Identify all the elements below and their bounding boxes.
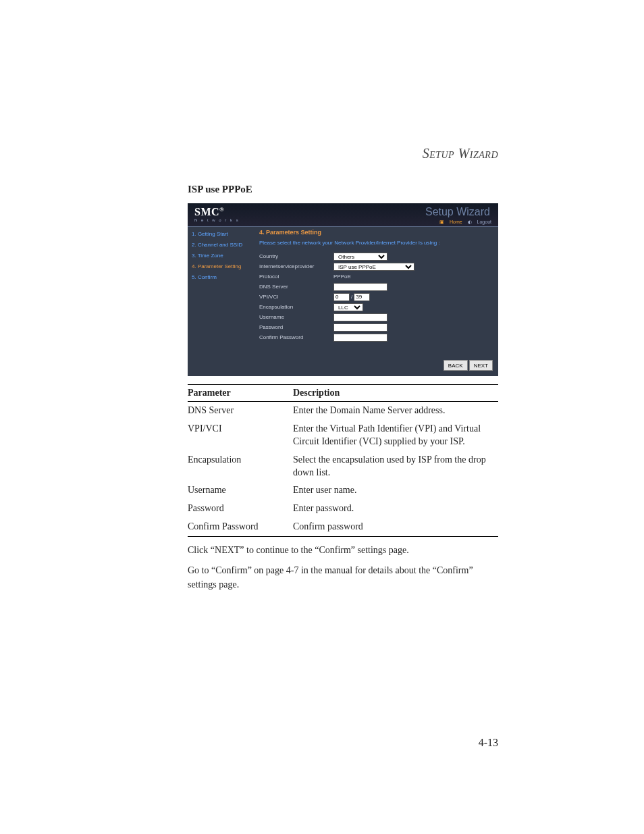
sidebar-step-2[interactable]: 2. Channel and SSID [192,240,259,251]
logout-link[interactable]: ◐ Logout [468,219,491,224]
desc-cell: Confirm password [293,518,498,536]
paragraph-confirm-reference: Go to “Confirm” on page 4-7 in the manua… [188,564,498,592]
country-label: Country [259,253,333,259]
top-links: ▣ Home ◐ Logout [435,219,491,225]
paragraph-next-instruction: Click “NEXT” to continue to the “Confirm… [188,544,498,557]
divider [188,226,498,227]
sidebar-step-3[interactable]: 3. Time Zone [192,251,259,261]
section-heading: ISP use PPPoE [188,184,498,195]
brand-subtext: N e t w o r k s [194,218,240,222]
panel-title: 4. Parameters Setting [259,229,494,236]
password-label: Password [259,324,333,330]
desc-cell: Enter password. [293,500,498,518]
brand-registered: ® [219,206,224,213]
vpivci-label: VPI/VCI [259,294,333,300]
table-row: Username Enter user name. [188,481,498,500]
encapsulation-label: Encapsulation [259,304,333,310]
wizard-main-panel: 4. Parameters Setting Please select the … [259,229,494,342]
parameter-description-table: Parameter Description DNS Server Enter t… [188,384,498,537]
col-header-description: Description [293,385,498,402]
desc-cell: Select the encapsulation used by ISP fro… [293,451,498,482]
param-cell: DNS Server [188,402,293,420]
home-link[interactable]: ▣ Home [439,219,462,224]
page-header-title: Setup Wizard [423,146,498,161]
param-cell: VPI/VCI [188,420,293,451]
brand-logo: SMC® [194,206,224,218]
back-button[interactable]: BACK [444,360,468,371]
param-cell: Encapsulation [188,451,293,482]
isp-label: Internetserviceprovider [259,263,333,269]
vci-input[interactable] [354,293,370,301]
isp-select[interactable]: ISP use PPPoE [333,263,414,271]
vpivci-separator: / [351,294,352,300]
sidebar-step-4[interactable]: 4. Parameter Setting [192,261,259,272]
encapsulation-select[interactable]: LLC [333,303,363,311]
password-input[interactable] [333,323,387,332]
table-row: Encapsulation Select the encapsulation u… [188,451,498,482]
wizard-screenshot: SMC® N e t w o r k s Setup Wizard ▣ Home… [188,203,498,376]
protocol-value: PPPoE [333,273,351,280]
table-row: Password Enter password. [188,500,498,518]
desc-cell: Enter the Virtual Path Identifier (VPI) … [293,420,498,451]
table-row: Confirm Password Confirm password [188,518,498,536]
confirm-password-input[interactable] [333,334,387,342]
brand-text: SMC [194,206,219,217]
col-header-parameter: Parameter [188,385,293,402]
country-select[interactable]: Others [333,253,387,261]
next-button[interactable]: NEXT [469,360,493,371]
sidebar-step-1[interactable]: 1. Getting Start [192,229,259,240]
param-cell: Username [188,481,293,500]
wizard-buttons: BACKNEXT [442,360,493,371]
table-row: DNS Server Enter the Domain Name Server … [188,402,498,420]
username-input[interactable] [333,313,387,321]
page-number: 4-13 [479,737,498,749]
screenshot-topbar: SMC® N e t w o r k s Setup Wizard ▣ Home… [188,203,498,226]
desc-cell: Enter user name. [293,481,498,500]
wizard-steps-sidebar: 1. Getting Start 2. Channel and SSID 3. … [188,229,259,283]
wizard-title-graphic: Setup Wizard [425,206,490,218]
protocol-label: Protocol [259,273,333,280]
confirm-password-label: Confirm Password [259,334,333,340]
param-cell: Password [188,500,293,518]
desc-cell: Enter the Domain Name Server address. [293,402,498,420]
vpi-input[interactable] [333,293,350,301]
sidebar-step-5[interactable]: 5. Confirm [192,272,259,283]
table-row: VPI/VCI Enter the Virtual Path Identifie… [188,420,498,451]
dns-input[interactable] [333,283,387,291]
param-cell: Confirm Password [188,518,293,536]
username-label: Username [259,314,333,320]
panel-note: Please select the network your Network P… [259,240,494,246]
dns-label: DNS Server [259,284,333,290]
